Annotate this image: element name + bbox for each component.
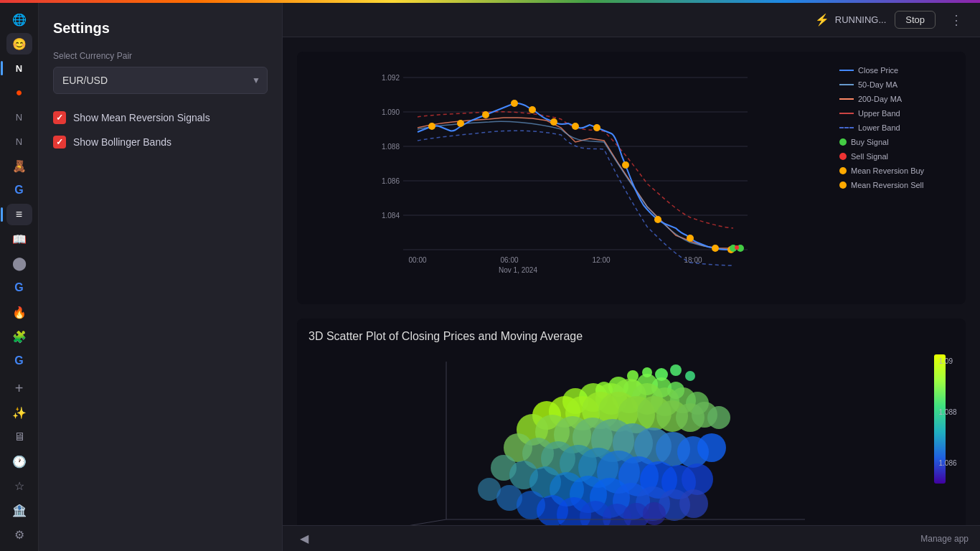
svg-point-91: [679, 489, 708, 518]
scatter-main: [308, 354, 914, 525]
stop-button[interactable]: Stop: [895, 11, 936, 29]
sidebar-toy[interactable]: 🧸: [6, 155, 32, 176]
upper-band-icon: [839, 113, 854, 114]
sidebar-google2[interactable]: G: [6, 277, 32, 298]
currency-select[interactable]: EUR/USD GBP/USD USD/JPY AUD/USD: [53, 67, 268, 94]
scatter-area: 1.09 1.088 1.086: [308, 354, 954, 525]
svg-text:1.086: 1.086: [382, 177, 400, 185]
icon-sidebar: 🌐 😊 N ● N N 🧸 G ≡ 📖 ⬤ G 🔥 🧩 G + ✨ 🖥 🕐 ☆ …: [0, 3, 39, 551]
sidebar-layers[interactable]: ≡: [6, 204, 32, 225]
legend-upper-band-label: Upper Band: [858, 109, 900, 118]
currency-select-wrapper: EUR/USD GBP/USD USD/JPY AUD/USD ▼: [53, 67, 268, 94]
colorbar-top-label: 1.09: [938, 357, 952, 365]
mean-reversion-row: Show Mean Reversion Signals: [53, 111, 268, 124]
running-indicator: ⚡ RUNNING...: [815, 13, 887, 27]
svg-point-36: [685, 371, 695, 381]
legend-mean-rev-buy: Mean Reversion Buy: [839, 166, 954, 175]
legend-sell-signal-label: Sell Signal: [851, 152, 888, 161]
chart-main: 1.092 1.090 1.088 1.086 1.084 00:00 06:0…: [308, 63, 828, 293]
sidebar-monitor[interactable]: 🖥: [6, 426, 32, 448]
legend-200ma-label: 200-Day MA: [858, 95, 902, 103]
sidebar-reddit[interactable]: ●: [6, 82, 32, 103]
top-right-bar: ⚡ RUNNING... Stop ⋮: [283, 3, 980, 37]
svg-text:1.084: 1.084: [382, 212, 400, 220]
manage-app-label: Manage app: [920, 534, 969, 544]
sidebar-google3[interactable]: G: [6, 350, 32, 372]
more-options-button[interactable]: ⋮: [944, 9, 969, 31]
content-wrapper: ⚡ RUNNING... Stop ⋮: [283, 3, 980, 551]
mean-rev-buy-dot-icon: [839, 167, 847, 174]
prev-button[interactable]: ◀: [294, 529, 314, 548]
sidebar-fire[interactable]: 🔥: [6, 301, 32, 323]
sidebar-google[interactable]: G: [6, 179, 32, 201]
running-icon: ⚡: [815, 13, 829, 27]
svg-point-100: [643, 502, 666, 525]
colorbar-mid-label: 1.088: [938, 408, 956, 416]
svg-point-35: [670, 364, 682, 376]
sidebar-book[interactable]: 📖: [6, 228, 32, 250]
svg-point-61: [707, 406, 730, 429]
currency-label: Select Currency Pair: [53, 51, 268, 61]
sell-signal-dot-icon: [839, 153, 847, 160]
svg-point-27: [712, 245, 719, 252]
svg-point-18: [482, 111, 489, 118]
scatter-colorbar: 1.09 1.088 1.086: [925, 354, 954, 525]
sidebar-wand[interactable]: ✨: [6, 402, 32, 423]
chart-area: 1.092 1.090 1.088 1.086 1.084 00:00 06:0…: [308, 63, 954, 293]
sidebar-clock[interactable]: 🕐: [6, 451, 32, 472]
svg-point-24: [622, 161, 629, 169]
sidebar-puzzle[interactable]: 🧩: [6, 326, 32, 347]
mean-reversion-checkbox[interactable]: [53, 111, 66, 124]
scatter-title: 3D Scatter Plot of Closing Prices and Mo…: [308, 330, 954, 343]
scatter-container: 3D Scatter Plot of Closing Prices and Mo…: [297, 319, 966, 525]
svg-point-71: [697, 433, 726, 462]
svg-point-22: [572, 123, 579, 130]
bottom-bar: ◀ Manage app: [283, 525, 980, 551]
svg-point-21: [550, 118, 557, 126]
sidebar-settings[interactable]: ⚙: [6, 524, 32, 545]
sidebar-nav3[interactable]: N: [6, 131, 32, 152]
sidebar-nav2[interactable]: N: [6, 106, 32, 128]
legend-upper-band: Upper Band: [839, 109, 954, 118]
lower-band-icon: [839, 127, 854, 128]
legend-sell-signal: Sell Signal: [839, 152, 954, 161]
svg-point-17: [457, 120, 464, 127]
legend-50ma-label: 50-Day MA: [858, 80, 897, 89]
scatter-svg: [308, 354, 914, 525]
svg-point-25: [654, 216, 661, 223]
legend-mean-rev-sell-label: Mean Reversion Sell: [851, 181, 924, 189]
legend-200ma: 200-Day MA: [839, 95, 954, 103]
bollinger-checkbox[interactable]: [53, 136, 66, 149]
sidebar-github[interactable]: ⬤: [6, 253, 32, 274]
svg-text:1.092: 1.092: [382, 74, 400, 82]
legend-close-price-label: Close Price: [858, 66, 898, 75]
sidebar-profile[interactable]: 😊: [6, 33, 32, 55]
legend-50ma: 50-Day MA: [839, 80, 954, 89]
legend-close-price: Close Price: [839, 66, 954, 75]
mean-rev-sell-dot-icon: [839, 182, 847, 189]
sidebar-add[interactable]: +: [6, 377, 32, 399]
legend-buy-signal: Buy Signal: [839, 138, 954, 146]
svg-point-31: [735, 245, 739, 250]
svg-text:12:00: 12:00: [592, 256, 610, 264]
colorbar-bot-label: 1.086: [938, 459, 956, 467]
sidebar-bank[interactable]: 🏦: [6, 499, 32, 521]
50ma-line-icon: [839, 84, 854, 85]
svg-point-19: [511, 100, 518, 107]
legend-mean-rev-buy-label: Mean Reversion Buy: [851, 166, 924, 175]
sidebar-star[interactable]: ☆: [6, 475, 32, 496]
svg-text:18:00: 18:00: [684, 256, 702, 264]
legend-buy-signal-label: Buy Signal: [851, 138, 889, 146]
sidebar-nav1[interactable]: N: [6, 57, 32, 79]
svg-text:1.088: 1.088: [382, 143, 400, 151]
200ma-line-icon: [839, 98, 854, 100]
main-content: 1.092 1.090 1.088 1.086 1.084 00:00 06:0…: [283, 37, 980, 525]
buy-signal-dot-icon: [839, 138, 847, 146]
svg-line-103: [403, 519, 446, 525]
sidebar-globe[interactable]: 🌐: [6, 9, 32, 30]
legend-mean-rev-sell: Mean Reversion Sell: [839, 181, 954, 189]
svg-point-20: [529, 106, 536, 113]
mean-reversion-label: Show Mean Reversion Signals: [73, 112, 210, 123]
settings-title: Settings: [53, 20, 268, 37]
svg-text:00:00: 00:00: [408, 256, 426, 264]
